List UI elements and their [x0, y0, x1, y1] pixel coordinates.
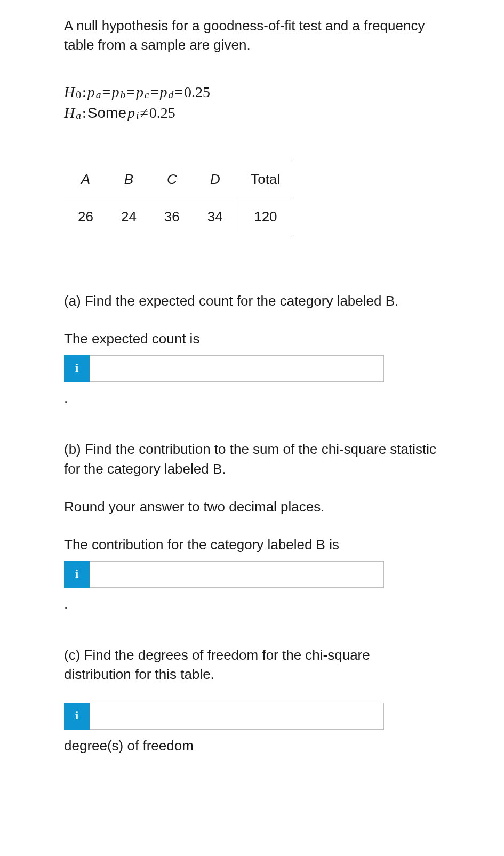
alt-hypothesis: Ha : Some pi ≠ 0.25 [64, 102, 440, 123]
h0-value: 0.25 [184, 82, 210, 102]
period-a: . [64, 388, 440, 407]
colon-a: : [82, 102, 86, 123]
frequency-table: A B C D Total 26 24 36 34 120 [64, 161, 294, 235]
cell-d: 34 [194, 198, 237, 235]
eq4: = [174, 82, 183, 102]
part-a-answer-input[interactable] [90, 355, 384, 382]
question-content: A null hypothesis for a goodness-of-fit … [11, 16, 493, 755]
pi-p: p [127, 102, 135, 123]
ha-text: Some [87, 102, 126, 123]
h0-symbol: H [64, 82, 75, 102]
sub-c: c [145, 87, 149, 102]
table-data-row: 26 24 36 34 120 [64, 198, 294, 235]
part-a-label: The expected count is [64, 329, 440, 348]
info-icon[interactable]: i [64, 703, 90, 730]
part-c-prompt: (c) Find the degrees of freedom for the … [64, 645, 440, 684]
part-a-input-group: i [64, 355, 384, 382]
col-a-header: A [64, 161, 107, 198]
part-b-prompt: (b) Find the contribution to the sum of … [64, 439, 440, 478]
neq: ≠ [140, 102, 148, 123]
pi-sub: i [136, 108, 139, 123]
colon: : [82, 82, 86, 102]
part-b-answer-input[interactable] [90, 561, 384, 588]
sub-b: b [120, 87, 125, 102]
cell-total: 120 [237, 198, 294, 235]
part-a: (a) Find the expected count for the cate… [64, 291, 440, 407]
part-c: (c) Find the degrees of freedom for the … [64, 645, 440, 755]
ha-sub: a [76, 108, 81, 123]
part-b-round: Round your answer to two decimal places. [64, 497, 440, 516]
sub-a: a [96, 87, 101, 102]
cell-b: 24 [107, 198, 150, 235]
col-total-header: Total [237, 161, 294, 198]
p-b: p [111, 82, 119, 102]
hypotheses-block: H0 : pa = pb = pc = pd = 0.25 Ha : Some … [64, 82, 440, 123]
neq-value: 0.25 [149, 102, 175, 123]
ha-symbol: H [64, 102, 75, 123]
cell-c: 36 [150, 198, 194, 235]
info-icon[interactable]: i [64, 561, 90, 588]
table-header-row: A B C D Total [64, 161, 294, 198]
p-d: p [160, 82, 167, 102]
eq3: = [150, 82, 159, 102]
part-b: (b) Find the contribution to the sum of … [64, 439, 440, 613]
info-icon[interactable]: i [64, 355, 90, 382]
h0-sub: 0 [76, 87, 81, 102]
col-c-header: C [150, 161, 194, 198]
part-c-answer-input[interactable] [90, 703, 384, 730]
null-hypothesis: H0 : pa = pb = pc = pd = 0.25 [64, 82, 440, 102]
part-b-label: The contribution for the category labele… [64, 535, 440, 554]
part-b-input-group: i [64, 561, 384, 588]
p-c: p [136, 82, 143, 102]
col-d-header: D [194, 161, 237, 198]
col-b-header: B [107, 161, 150, 198]
eq2: = [126, 82, 135, 102]
part-c-unit: degree(s) of freedom [64, 736, 440, 755]
period-b: . [64, 594, 440, 613]
eq1: = [102, 82, 111, 102]
p-a: p [87, 82, 95, 102]
cell-a: 26 [64, 198, 107, 235]
part-a-prompt: (a) Find the expected count for the cate… [64, 291, 440, 310]
sub-d: d [169, 87, 174, 102]
intro-text: A null hypothesis for a goodness-of-fit … [64, 16, 440, 55]
part-c-input-group: i [64, 703, 384, 730]
